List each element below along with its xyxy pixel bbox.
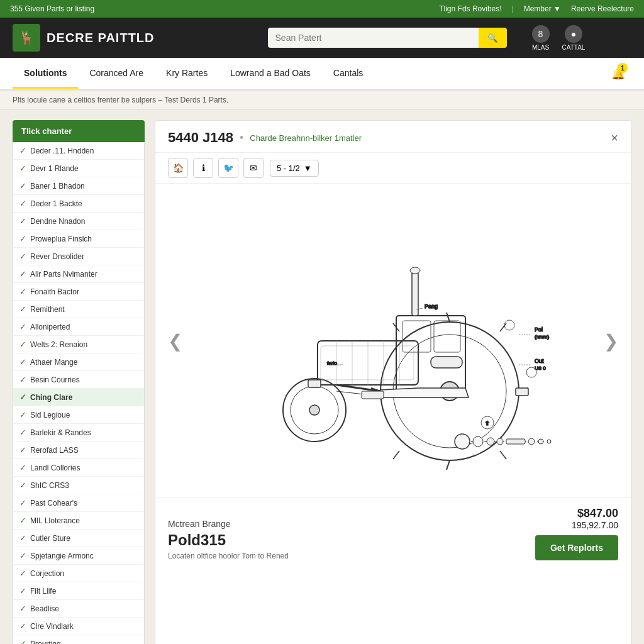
nav-item-cantals[interactable]: Cantals	[322, 59, 374, 89]
check-icon: ✓	[19, 533, 26, 543]
svg-text:⬆: ⬆	[485, 420, 490, 426]
svg-rect-24	[431, 357, 462, 368]
svg-point-41	[538, 439, 543, 444]
header-search: 🔍	[268, 28, 507, 48]
search-input[interactable]	[268, 28, 479, 48]
cattal-icon: ●	[565, 25, 582, 43]
svg-line-10	[393, 451, 399, 459]
sidebar-item[interactable]: ✓Spjetangie Armonc	[13, 547, 144, 565]
check-icon: ✓	[19, 146, 26, 155]
sidebar-item[interactable]: ✓Barlekir & Randes	[13, 424, 144, 441]
header-icons: 8 MLAS ● CATTAL	[532, 25, 586, 51]
svg-rect-23	[434, 321, 460, 352]
price-main: $847.00	[535, 507, 618, 520]
sidebar-item[interactable]: ✓Rerofad LASS	[13, 441, 144, 459]
view-select[interactable]: 5 - 1/2 ▼	[270, 160, 319, 177]
check-icon: ✓	[19, 322, 26, 331]
info-icon-btn[interactable]: ℹ	[193, 158, 213, 178]
mlas-label: MLAS	[532, 44, 549, 51]
sidebar-item[interactable]: ✓Past Cohear's	[13, 494, 144, 512]
sidebar-item[interactable]: ✓MIL Lloterance	[13, 512, 144, 530]
title-dot: •	[240, 131, 243, 145]
sidebar-item[interactable]: ✓Fonaith Bactor	[13, 283, 144, 301]
breadcrumb: Plts locule cane a celtios frenter be su…	[0, 91, 644, 110]
home-icon-btn[interactable]: 🏠	[168, 158, 188, 178]
nav-bar: Solutionts Coranced Are Kry Rartes Lowra…	[0, 58, 644, 91]
email-icon-btn[interactable]: ✉	[243, 158, 264, 178]
svg-line-7	[500, 323, 506, 331]
close-button[interactable]: ×	[611, 131, 618, 145]
sidebar-item[interactable]: ✓Devr 1 Rlande	[13, 160, 144, 177]
sidebar-item[interactable]: ✓Proweplua Finslch	[13, 230, 144, 248]
sidebar-item[interactable]: ✓Welts 2: Renaion	[13, 336, 144, 353]
search-button[interactable]: 🔍	[479, 28, 507, 48]
nav-item-coranced[interactable]: Coranced Are	[78, 59, 155, 89]
banner-divider: |	[512, 4, 514, 13]
sidebar-item[interactable]: ✓Cutler Sture	[13, 530, 144, 547]
product-panel-header: 5440 J148 • Charde Breahnn-bilker 1matle…	[155, 121, 631, 153]
notification-bell[interactable]: 🔔 1	[605, 58, 631, 89]
banner-left-text: 355 Given Parts or listing	[10, 4, 94, 13]
search-icon: 🔍	[487, 33, 498, 43]
sidebar-item[interactable]: ✓ShIC CRS3	[13, 477, 144, 494]
sidebar-item[interactable]: ✓Clre Vlndlark	[13, 618, 144, 635]
nav-link-2[interactable]: Member ▼	[524, 4, 561, 13]
sidebar-item[interactable]: ✓Prourting	[13, 635, 144, 644]
sidebar-item[interactable]: ✓Athaer Mange	[13, 353, 144, 371]
check-icon: ✓	[19, 216, 26, 226]
svg-rect-32	[362, 391, 384, 399]
sidebar-item[interactable]: ✓Baner 1 Bhadon	[13, 177, 144, 195]
sidebar-item[interactable]: ✓Besin Courries	[13, 371, 144, 389]
nav-link-3[interactable]: Reerve Reelecture	[571, 4, 634, 13]
nav-item-solutions[interactable]: Solutionts	[13, 59, 78, 89]
sidebar-item[interactable]: ✓Deder 1 Backte	[13, 195, 144, 213]
check-icon: ✓	[19, 445, 26, 455]
diagram-prev-button[interactable]: ❮	[162, 324, 189, 357]
check-icon: ✓	[19, 357, 26, 367]
svg-point-37	[487, 438, 494, 445]
nav-link-1[interactable]: Tlign Fds Rovibes!	[439, 4, 501, 13]
sidebar-item[interactable]: ✓Ching Clare	[13, 389, 144, 406]
logo-box: 🦌	[13, 24, 40, 52]
diagram-next-button[interactable]: ❯	[597, 324, 625, 357]
sidebar-item[interactable]: ✓Corjection	[13, 565, 144, 582]
price-sub: 195,92.7.00	[535, 520, 618, 530]
top-banner-left: 355 Given Parts or listing	[10, 4, 94, 13]
header-icon-cattal[interactable]: ● CATTAL	[562, 25, 586, 51]
sidebar-item[interactable]: ✓Deder .11. Hndden	[13, 142, 144, 160]
sidebar-item[interactable]: ✓Beadlise	[13, 600, 144, 618]
twitter-icon-btn[interactable]: 🐦	[218, 158, 238, 178]
svg-line-9	[500, 451, 506, 459]
sidebar-item[interactable]: ✓Alir Parts Nvimanter	[13, 265, 144, 283]
check-icon: ✓	[19, 551, 26, 560]
svg-point-26	[410, 267, 420, 274]
product-title-area: 5440 J148 • Charde Breahnn-bilker 1matle…	[168, 130, 362, 146]
sidebar-item[interactable]: ✓Remithent	[13, 301, 144, 318]
get-reports-button[interactable]: Get Replorts	[535, 535, 618, 560]
tractor-diagram-svg: Pol (nmm) Out US 0 Pang farto ⬆	[211, 196, 575, 486]
sidebar-item[interactable]: ✓Landl Collories	[13, 459, 144, 477]
sidebar-item[interactable]: ✓Sid Legioue	[13, 406, 144, 424]
svg-text:Pol: Pol	[535, 326, 543, 333]
check-icon: ✓	[19, 463, 26, 472]
sidebar-item[interactable]: ✓Rever Dnsolider	[13, 248, 144, 265]
top-banner: 355 Given Parts or listing Tlign Fds Rov…	[0, 0, 644, 18]
svg-text:(nmm): (nmm)	[535, 334, 549, 340]
sidebar-item[interactable]: ✓Filt Liife	[13, 582, 144, 600]
product-name-section: Mctrean Brange Pold315 Locaten oltfice h…	[168, 519, 289, 560]
product-actions: 🏠 ℹ 🐦 ✉ 5 - 1/2 ▼	[155, 153, 631, 184]
view-select-value: 5 - 1/2	[277, 164, 300, 173]
nav-item-lowrand[interactable]: Lowrand a Bad Oats	[219, 59, 322, 89]
check-icon: ✓	[19, 604, 26, 613]
check-icon: ✓	[19, 340, 26, 349]
brand-name: DECRE PAITTLD	[47, 31, 155, 45]
breadcrumb-text: Plts locule cane a celtios frenter be su…	[13, 96, 228, 104]
sidebar-item[interactable]: ✓Dendne Nnadon	[13, 213, 144, 230]
cattal-label: CATTAL	[562, 44, 586, 51]
check-icon: ✓	[19, 287, 26, 296]
check-icon: ✓	[19, 586, 26, 596]
nav-item-kry[interactable]: Kry Rartes	[155, 59, 219, 89]
sidebar-item[interactable]: ✓Alloniperted	[13, 318, 144, 336]
action-icons: 🏠 ℹ 🐦 ✉	[168, 158, 264, 178]
header-icon-mlas[interactable]: 8 MLAS	[532, 25, 550, 51]
